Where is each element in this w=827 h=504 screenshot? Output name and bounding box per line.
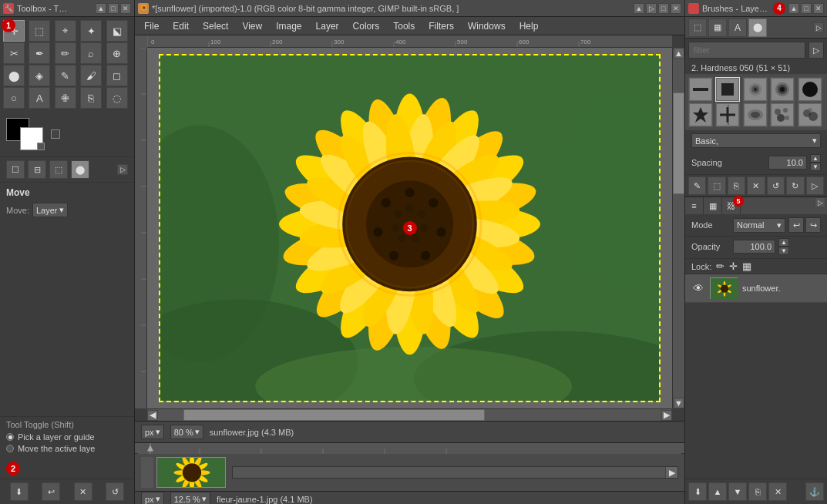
unit-dropdown[interactable]: px ▾ (141, 425, 164, 439)
layer-new-btn[interactable]: ⬇ (688, 482, 707, 501)
layer-raise-btn[interactable]: ▲ (708, 482, 727, 501)
opacity-down-btn[interactable]: ▼ (778, 247, 789, 255)
color-picker-btn[interactable]: ✏ (55, 42, 76, 64)
menu-file[interactable]: File (138, 19, 165, 33)
filmstrip-scroll-right[interactable]: ▶ (665, 467, 677, 478)
main-minimize-btn[interactable]: ▲ (634, 3, 644, 14)
bottom-zoom-dropdown[interactable]: 12.5 % ▾ (170, 492, 210, 504)
scrollbar-horizontal[interactable]: ◀ ▶ (147, 408, 672, 421)
menu-filters[interactable]: Filters (422, 19, 460, 33)
filmstrip-thumb[interactable] (156, 457, 226, 488)
bottom-unit-dropdown[interactable]: px ▾ (141, 492, 164, 504)
move-option-dropdown[interactable]: Layer ▾ (32, 203, 68, 217)
brush-cell-1[interactable] (688, 77, 713, 102)
layers-tab-channels[interactable]: ▦ (704, 197, 722, 214)
pencil-btn[interactable]: ✎ (55, 65, 76, 86)
toolbox-close-btn[interactable]: ✕ (120, 3, 131, 14)
brush-cell-5[interactable] (798, 77, 822, 102)
toolbox-bottom-reset-btn[interactable]: ↺ (106, 482, 124, 501)
brushes-options-btn[interactable]: ▷ (809, 42, 824, 59)
scroll-up-btn[interactable]: ▲ (674, 48, 684, 59)
airbrush-btn[interactable]: ○ (3, 87, 25, 109)
brush-cell-9[interactable] (770, 102, 795, 127)
move-active-option[interactable]: Move the active laye (6, 444, 128, 453)
menu-select[interactable]: Select (197, 19, 234, 33)
toolbox-bottom-save-btn[interactable]: ⬇ (10, 482, 29, 501)
menu-layer[interactable]: Layer (310, 19, 345, 33)
brushes-maximize-btn[interactable]: □ (801, 3, 812, 14)
brush-copy-btn[interactable]: ⎘ (728, 176, 745, 195)
brush-cell-8[interactable] (743, 102, 768, 127)
canvas-viewport[interactable]: 3 (147, 48, 672, 408)
scroll-left-btn[interactable]: ◀ (147, 410, 158, 421)
brush-cell-7[interactable] (715, 102, 740, 127)
main-shade-btn[interactable]: ▷ (646, 3, 657, 14)
patterns-tab-btn[interactable]: ▦ (708, 18, 727, 37)
layer-anchor-btn[interactable]: ⚓ (805, 482, 824, 501)
filmstrip-scrollbar[interactable]: ▶ (232, 466, 678, 479)
pick-layer-option[interactable]: Pick a layer or guide (6, 432, 128, 442)
scroll-track-h[interactable] (158, 409, 661, 421)
layer-delete-btn[interactable]: ✕ (768, 482, 787, 501)
lock-position-btn[interactable]: ✛ (729, 260, 738, 272)
brush-cell-10[interactable] (798, 102, 822, 127)
measure-btn[interactable]: ⊕ (106, 42, 128, 64)
opacity-up-btn[interactable]: ▲ (778, 238, 789, 247)
brushes-filter-input[interactable] (688, 42, 805, 59)
spacing-up-btn[interactable]: ▲ (810, 154, 821, 163)
move-active-radio[interactable] (6, 445, 14, 452)
foreground-select-btn[interactable]: ⬕ (106, 20, 128, 42)
toolbox-minimize-btn[interactable]: ▲ (96, 3, 106, 14)
lock-alpha-btn[interactable]: ▦ (742, 260, 751, 272)
blur-btn[interactable]: ◌ (106, 87, 128, 109)
heal-btn[interactable]: ✙ (55, 87, 76, 109)
brush-panel-options2[interactable]: ▷ (806, 176, 824, 195)
menu-edit[interactable]: Edit (166, 19, 195, 33)
main-maximize-btn[interactable]: □ (658, 3, 669, 14)
lock-pixels-btn[interactable]: ✏ (716, 260, 724, 272)
open-image-btn[interactable]: ⊟ (28, 160, 46, 179)
layer-duplicate-btn[interactable]: ⎘ (748, 482, 767, 501)
brushes-close-btn[interactable]: ✕ (813, 3, 824, 14)
panel-options-btn[interactable]: ▷ (117, 164, 128, 175)
pick-layer-radio[interactable] (6, 433, 14, 441)
brushes-tab-btn[interactable]: ⬚ (688, 18, 707, 37)
layers-panel-options[interactable]: ▷ (815, 197, 825, 208)
scroll-thumb-v[interactable] (673, 92, 684, 194)
scroll-right-btn[interactable]: ▶ (661, 410, 672, 421)
scroll-track-v[interactable] (673, 59, 684, 398)
spacing-input[interactable] (768, 156, 807, 170)
undo-btn[interactable]: ↩ (788, 217, 804, 233)
layers-tab-list[interactable]: ≡ (685, 197, 704, 214)
brush-refresh-btn[interactable]: ↻ (786, 176, 804, 195)
opacity-input[interactable] (733, 240, 775, 254)
redo-btn[interactable]: ↪ (805, 217, 821, 233)
layer-lower-btn[interactable]: ▼ (728, 482, 747, 501)
duplicate-image-btn[interactable]: ⬚ (49, 160, 68, 179)
brush-rotate-btn[interactable]: ↺ (767, 176, 785, 195)
scrollbar-vertical[interactable]: ▲ ▼ (672, 48, 684, 408)
menu-tools[interactable]: Tools (387, 19, 421, 33)
brush-cell-6[interactable] (688, 102, 713, 127)
fuzzy-select-btn[interactable]: ✦ (80, 20, 102, 42)
clone-btn[interactable]: ⎘ (80, 87, 102, 109)
scissors-btn[interactable]: ✂ (3, 42, 25, 64)
rect-select-btn[interactable]: ⬚ (29, 20, 50, 42)
scroll-down-btn[interactable]: ▼ (674, 398, 684, 408)
layer-visibility-toggle[interactable]: 👁 (691, 281, 705, 295)
layer-item-sunflower[interactable]: 👁 sunfl (685, 274, 827, 303)
brush-cell-4[interactable] (770, 77, 795, 102)
scroll-thumb-h[interactable] (183, 409, 486, 421)
menu-windows[interactable]: Windows (462, 19, 512, 33)
brushes-minimize-btn[interactable]: ▲ (788, 3, 799, 14)
paintbucket-btn[interactable]: ⬤ (3, 65, 25, 86)
eraser-btn[interactable]: ◻ (106, 65, 128, 86)
layers-mode-dropdown[interactable]: Normal ▾ (733, 218, 785, 233)
main-close-btn[interactable]: ✕ (671, 3, 681, 14)
menu-colors[interactable]: Colors (347, 19, 386, 33)
menu-view[interactable]: View (236, 19, 268, 33)
toolbox-bottom-undo-btn[interactable]: ↩ (42, 482, 60, 501)
brush-cell-2[interactable] (715, 77, 740, 102)
zoom-dropdown[interactable]: 80 % ▾ (170, 425, 203, 439)
brush-category-dropdown[interactable]: Basic, ▾ (691, 133, 821, 148)
